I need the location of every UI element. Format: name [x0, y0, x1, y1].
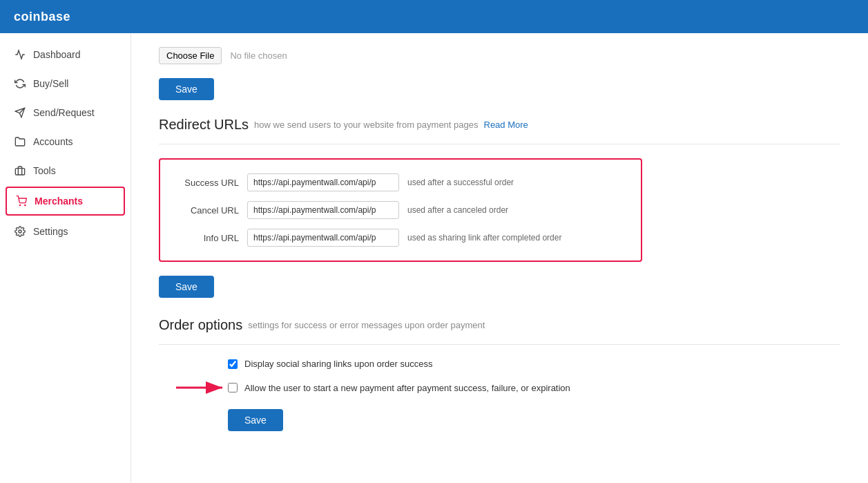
sidebar-item-dashboard[interactable]: Dashboard [0, 40, 131, 69]
read-more-link[interactable]: Read More [484, 120, 528, 130]
activity-icon [14, 48, 26, 61]
redirect-urls-title: Redirect URLs [159, 117, 249, 133]
svg-point-4 [25, 205, 26, 205]
save-button-1[interactable]: Save [159, 78, 214, 100]
cancel-url-input[interactable] [247, 201, 399, 219]
sidebar-label-accounts: Accounts [33, 136, 73, 147]
sidebar-item-accounts[interactable]: Accounts [0, 127, 131, 156]
sidebar-label-tools: Tools [33, 165, 56, 176]
order-options-section: Order options settings for success or er… [159, 317, 840, 431]
divider-2 [159, 344, 840, 345]
refresh-icon [14, 77, 26, 90]
choose-file-button[interactable]: Choose File [159, 47, 222, 64]
main-content: Choose File No file chosen Save Redirect… [131, 33, 868, 483]
sidebar-label-settings: Settings [33, 226, 68, 237]
save-section-1: Save [159, 78, 840, 100]
new-payment-label: Allow the user to start a new payment af… [244, 383, 570, 393]
info-url-row: Info URL used as sharing link after comp… [177, 229, 624, 247]
logo: coinbase [14, 10, 70, 24]
sidebar-label-merchants: Merchants [35, 196, 83, 207]
content-area: Choose File No file chosen Save Redirect… [131, 33, 868, 445]
sidebar-label-send-request: Send/Request [33, 107, 95, 118]
social-sharing-checkbox[interactable] [228, 359, 238, 369]
save-section-3: Save [228, 409, 840, 431]
svg-point-3 [19, 205, 20, 205]
new-payment-checkbox[interactable] [228, 383, 238, 392]
success-url-input[interactable] [247, 173, 399, 191]
social-sharing-row: Display social sharing links upon order … [228, 359, 840, 369]
success-url-hint: used after a successful order [407, 178, 514, 187]
folder-icon [14, 135, 26, 148]
sidebar-item-send-request[interactable]: Send/Request [0, 98, 131, 127]
sidebar-item-merchants[interactable]: Merchants [6, 187, 125, 216]
order-options-title: Order options [159, 317, 242, 333]
social-sharing-label: Display social sharing links upon order … [244, 359, 432, 369]
url-box: Success URL used after a successful orde… [159, 158, 642, 262]
cancel-url-label: Cancel URL [177, 205, 239, 216]
cancel-url-row: Cancel URL used after a canceled order [177, 201, 624, 219]
layout: Dashboard Buy/Sell Send/Request [0, 33, 868, 483]
order-options-header: Order options settings for success or er… [159, 317, 840, 333]
save-button-3[interactable]: Save [228, 409, 283, 431]
new-payment-checkbox-row: Allow the user to start a new payment af… [228, 383, 570, 393]
header: coinbase [0, 0, 868, 33]
briefcase-icon [14, 164, 26, 177]
redirect-urls-subtitle: how we send users to your website from p… [254, 120, 478, 130]
sidebar-label-dashboard: Dashboard [33, 49, 81, 60]
info-url-label: Info URL [177, 233, 239, 243]
file-section: Choose File No file chosen [159, 47, 840, 64]
arrow-annotation [173, 377, 228, 398]
cancel-url-hint: used after a canceled order [407, 205, 508, 215]
info-url-input[interactable] [247, 229, 399, 247]
settings-icon [14, 225, 26, 238]
svg-rect-2 [15, 169, 24, 175]
success-url-label: Success URL [177, 178, 239, 188]
svg-point-5 [19, 230, 21, 233]
save-button-2[interactable]: Save [159, 276, 214, 298]
order-options-subtitle: settings for success or error messages u… [248, 320, 485, 330]
success-url-row: Success URL used after a successful orde… [177, 173, 624, 191]
new-payment-row: Allow the user to start a new payment af… [173, 377, 840, 398]
sidebar-item-settings[interactable]: Settings [0, 217, 131, 246]
sidebar-item-buy-sell[interactable]: Buy/Sell [0, 69, 131, 98]
info-url-hint: used as sharing link after completed ord… [407, 233, 561, 243]
no-file-text: No file chosen [230, 50, 287, 61]
divider-1 [159, 144, 840, 144]
sidebar-label-buy-sell: Buy/Sell [33, 78, 68, 89]
save-section-2: Save [159, 276, 840, 298]
sidebar: Dashboard Buy/Sell Send/Request [0, 33, 131, 483]
shopping-cart-icon [15, 195, 28, 207]
sidebar-item-tools[interactable]: Tools [0, 156, 131, 185]
send-icon [14, 106, 26, 119]
redirect-urls-header: Redirect URLs how we send users to your … [159, 117, 840, 133]
